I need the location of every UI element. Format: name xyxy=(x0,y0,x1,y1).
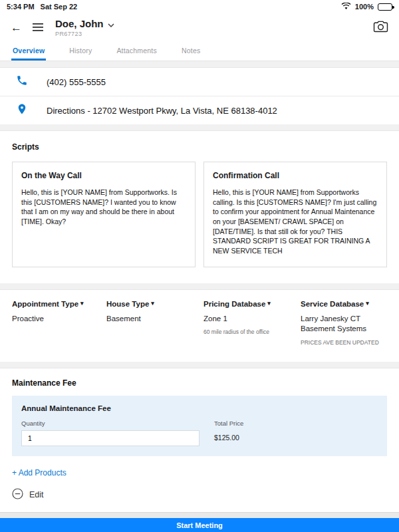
service-database-selector: Service Database ▾ Larry Janesky CT Base… xyxy=(301,300,387,346)
script-card-confirmation: Confirmation Call Hello, this is [YOUR N… xyxy=(203,162,387,267)
tab-bar: Overview History Attachments Notes xyxy=(0,41,399,61)
selector-label-text: Pricing Database xyxy=(203,300,265,308)
location-pin-icon xyxy=(16,103,28,118)
edit-button[interactable]: Edit xyxy=(0,479,399,512)
appointment-type-dropdown[interactable]: Appointment Type ▾ xyxy=(12,300,100,308)
dropdown-arrow-icon: ▾ xyxy=(151,301,154,307)
status-time: 5:34 PM xyxy=(7,3,35,11)
phone-icon xyxy=(16,74,28,89)
service-database-value: Larry Janesky CT Basement Systems xyxy=(301,314,380,334)
script-card-title: On the Way Call xyxy=(21,171,186,180)
service-database-note: PRICES AVE BEEN UPDATED xyxy=(301,339,380,346)
pricing-database-selector: Pricing Database ▾ Zone 1 60 mile radius… xyxy=(203,300,301,346)
fee-card: Annual Maintenance Fee Quantity Total Pr… xyxy=(12,396,387,456)
phone-row[interactable]: (402) 555-5555 xyxy=(0,68,399,96)
selector-label-text: Service Database xyxy=(301,300,364,308)
pricing-database-value: Zone 1 xyxy=(203,314,294,325)
quantity-label: Quantity xyxy=(21,420,200,427)
pricing-database-dropdown[interactable]: Pricing Database ▾ xyxy=(203,300,294,308)
script-card-title: Confirmation Call xyxy=(213,171,378,180)
chevron-down-icon xyxy=(108,18,114,29)
battery-percent: 100% xyxy=(355,3,374,11)
empty-area xyxy=(0,512,399,518)
appointment-type-selector: Appointment Type ▾ Proactive xyxy=(12,300,106,346)
section-divider xyxy=(0,124,399,131)
record-id: PR67723 xyxy=(55,31,114,37)
page-title: Doe, John xyxy=(55,18,104,29)
camera-button[interactable] xyxy=(373,20,388,35)
maintenance-fee-section: Maintenance Fee Annual Maintenance Fee Q… xyxy=(0,368,399,456)
dropdown-arrow-icon: ▾ xyxy=(267,301,271,307)
script-card-body: Hello, this is [YOUR NAME] from Supportw… xyxy=(21,188,186,227)
selectors-row: Appointment Type ▾ Proactive House Type … xyxy=(0,290,399,362)
tab-history[interactable]: History xyxy=(68,41,93,61)
battery-icon xyxy=(378,3,392,11)
tab-notes[interactable]: Notes xyxy=(180,41,201,61)
house-type-value: Basement xyxy=(106,314,197,325)
hamburger-icon xyxy=(33,22,43,34)
scripts-section: Scripts On the Way Call Hello, this is [… xyxy=(0,131,399,283)
wifi-icon xyxy=(341,3,351,11)
maintenance-fee-heading: Maintenance Fee xyxy=(12,378,387,388)
customer-name-dropdown[interactable]: Doe, John xyxy=(55,18,114,29)
quantity-input[interactable] xyxy=(21,430,200,446)
directions-row[interactable]: Directions - 12702 Westport Pkwy, La Vis… xyxy=(0,96,399,124)
app-window: 5:34 PM Sat Sep 22 100% ← Doe, John xyxy=(0,0,399,532)
selector-label-text: Appointment Type xyxy=(12,300,78,308)
back-button[interactable]: ← xyxy=(11,22,22,33)
tab-overview[interactable]: Overview xyxy=(11,41,46,61)
minus-circle-icon xyxy=(12,488,23,501)
edit-label: Edit xyxy=(29,490,44,499)
status-bar: 5:34 PM Sat Sep 22 100% xyxy=(0,0,399,13)
section-divider xyxy=(0,283,399,290)
selector-label-text: House Type xyxy=(106,300,149,308)
phone-number: (402) 555-5555 xyxy=(47,77,106,87)
pricing-database-note: 60 mile radius of the office xyxy=(203,329,294,335)
tab-attachments[interactable]: Attachments xyxy=(115,41,158,61)
status-date: Sat Sep 22 xyxy=(41,3,78,11)
add-products-link[interactable]: + Add Products xyxy=(0,456,399,479)
scripts-heading: Scripts xyxy=(12,142,387,152)
house-type-dropdown[interactable]: House Type ▾ xyxy=(106,300,197,308)
section-divider xyxy=(0,362,399,368)
appointment-type-value: Proactive xyxy=(12,314,100,325)
script-card-body: Hello, this is [YOUR NAME] from Supportw… xyxy=(213,188,378,256)
script-card-on-the-way: On the Way Call Hello, this is [YOUR NAM… xyxy=(12,162,196,267)
back-arrow-icon: ← xyxy=(11,22,22,33)
total-price-value: $125.00 xyxy=(214,434,243,442)
section-divider xyxy=(0,61,399,68)
service-database-dropdown[interactable]: Service Database ▾ xyxy=(301,300,380,308)
fee-item-title: Annual Maintenance Fee xyxy=(21,404,378,412)
total-price-label: Total Price xyxy=(214,420,243,427)
menu-button[interactable] xyxy=(33,22,43,34)
title-block: Doe, John PR67723 xyxy=(55,18,114,37)
header: ← Doe, John PR67723 xyxy=(0,13,399,41)
house-type-selector: House Type ▾ Basement xyxy=(106,300,203,346)
directions-text: Directions - 12702 Westport Pkwy, La Vis… xyxy=(47,106,277,116)
dropdown-arrow-icon: ▾ xyxy=(366,301,369,307)
dropdown-arrow-icon: ▾ xyxy=(80,301,84,307)
camera-icon xyxy=(373,20,388,35)
start-meeting-button[interactable]: Start Meeting xyxy=(0,518,399,532)
